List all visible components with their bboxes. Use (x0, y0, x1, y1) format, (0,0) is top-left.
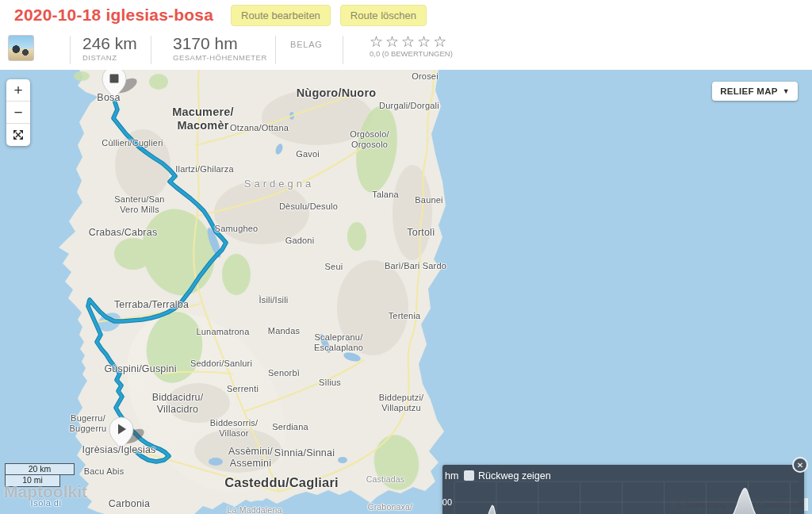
return-route-checkbox[interactable] (464, 470, 474, 481)
elevation-stat: 3170 hm GESAMT-HÖHENMETER (173, 34, 267, 62)
surface-label: BELAG (290, 40, 323, 49)
divider (70, 36, 71, 64)
rating-stars[interactable]: ☆☆☆☆☆ (370, 34, 453, 50)
distance-label: DISTANZ (82, 53, 137, 62)
fullscreen-button[interactable] (6, 124, 30, 146)
maptoolkit-watermark: Maptoolkit (4, 482, 87, 501)
page-title: 2020-10-18 iglesias-bosa (14, 6, 213, 25)
map-zoom-controls: + − (6, 79, 30, 146)
map-canvas (0, 70, 812, 514)
stop-icon (110, 75, 119, 83)
elevation-label: GESAMT-HÖHENMETER (173, 53, 267, 62)
title-row: 2020-10-18 iglesias-bosa Route bearbeite… (14, 4, 427, 26)
elevation-panel: ✕ 0300600060120180240km hm Rückweg zeige… (442, 465, 804, 514)
user-avatar[interactable] (8, 35, 34, 61)
divider (151, 36, 151, 64)
chevron-down-icon: ▼ (783, 87, 790, 95)
scale-km: 20 km (5, 463, 75, 475)
elevation-chart: 0300600060120180240km hm Rückweg zeigen (442, 465, 804, 514)
map[interactable]: OroseiBosaMacumere/ MacomèrNùgoro/NuoroD… (0, 70, 812, 514)
chart-unit-label: hm (445, 470, 458, 481)
page: 2020-10-18 iglesias-bosa Route bearbeite… (0, 0, 812, 514)
rating-stat: ☆☆☆☆☆ 0,0 (0 BEWERTUNGEN) (370, 34, 453, 58)
close-icon[interactable]: ✕ (792, 457, 808, 473)
layer-button-label: RELIEF MAP (720, 86, 778, 96)
return-route-checkbox-label: Rückweg zeigen (478, 470, 551, 481)
svg-text:600: 600 (442, 497, 452, 507)
distance-stat: 246 km DISTANZ (82, 34, 137, 62)
layer-select-button[interactable]: RELIEF MAP ▼ (712, 82, 798, 101)
stats-bar: 246 km DISTANZ 3170 hm GESAMT-HÖHENMETER… (0, 33, 812, 67)
edit-route-button[interactable]: Route bearbeiten (231, 5, 331, 26)
header: 2020-10-18 iglesias-bosa Route bearbeite… (0, 0, 812, 70)
zoom-out-button[interactable]: − (6, 102, 30, 124)
delete-route-button[interactable]: Route löschen (340, 5, 427, 26)
chart-area (454, 489, 799, 514)
rating-label: 0,0 (0 BEWERTUNGEN) (370, 49, 453, 58)
distance-value: 246 km (82, 34, 137, 53)
zoom-in-button[interactable]: + (6, 79, 30, 102)
elevation-value: 3170 hm (173, 34, 267, 53)
fullscreen-icon (13, 129, 24, 140)
divider (275, 36, 276, 64)
divider (343, 36, 343, 64)
